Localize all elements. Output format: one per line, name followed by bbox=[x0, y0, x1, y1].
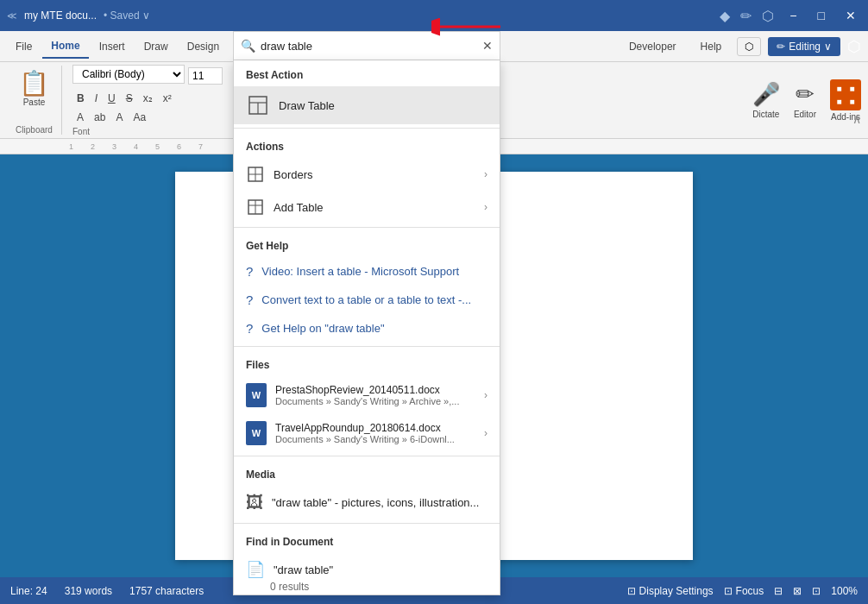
search-icon: 🔍 bbox=[241, 39, 255, 53]
tab-insert[interactable]: Insert bbox=[91, 35, 134, 58]
editor-button[interactable]: ✏ Editor bbox=[794, 81, 816, 119]
status-bar-right: ⊡ Display Settings ⊡ Focus ⊟ ⊠ ⊡ 100% bbox=[627, 585, 858, 597]
strikethrough-button[interactable]: S bbox=[122, 91, 137, 106]
ribbon-tab-right: Developer Help ⬡ ✏ Editing ∨ ⬡ bbox=[620, 37, 861, 56]
find-query: "draw table" bbox=[274, 563, 333, 576]
files-section-label: Files bbox=[234, 350, 500, 376]
collapse-ribbon-button[interactable]: ∧ bbox=[852, 112, 861, 126]
borders-arrow: › bbox=[484, 168, 487, 180]
dictate-button[interactable]: 🎤 Dictate bbox=[752, 81, 780, 119]
tab-draw[interactable]: Draw bbox=[135, 35, 177, 58]
add-table-icon bbox=[246, 198, 265, 217]
tab-developer[interactable]: Developer bbox=[620, 37, 685, 56]
ribbon-group-clipboard: 📋 Paste Clipboard bbox=[7, 66, 62, 135]
divider-4 bbox=[234, 456, 500, 456]
display-settings-label: Display Settings bbox=[639, 585, 714, 597]
word-count: 319 words bbox=[65, 585, 112, 597]
paste-icon: 📋 bbox=[19, 69, 49, 98]
word-doc-icon-1: W bbox=[246, 383, 267, 407]
focus-label: Focus bbox=[736, 585, 764, 597]
font-color-button[interactable]: A bbox=[72, 110, 88, 125]
file-name-1: PrestaShopReview_20140511.docx bbox=[275, 384, 459, 396]
file-arrow-1: › bbox=[484, 389, 487, 401]
get-help-section-label: Get Help bbox=[234, 231, 500, 257]
file-item-1[interactable]: W PrestaShopReview_20140511.docx Documen… bbox=[234, 376, 500, 414]
editor-icon: ✏ bbox=[796, 81, 815, 108]
file-info-1: PrestaShopReview_20140511.docx Documents… bbox=[275, 384, 459, 406]
media-section-label: Media bbox=[234, 460, 500, 486]
help-item-3[interactable]: ? Get Help on "draw table" bbox=[234, 314, 500, 343]
tab-help[interactable]: Help bbox=[692, 37, 731, 56]
focus-button[interactable]: ⊡ Focus bbox=[724, 585, 764, 597]
help-circle-icon-1: ? bbox=[246, 264, 253, 279]
minimize-button[interactable]: − bbox=[784, 7, 802, 24]
close-button[interactable]: ✕ bbox=[840, 7, 861, 24]
add-table-arrow: › bbox=[484, 201, 487, 213]
best-action-draw-table[interactable]: Draw Table bbox=[234, 86, 500, 124]
editing-button[interactable]: ✏ Editing ∨ bbox=[768, 37, 840, 56]
file-item-2-left: W TravelAppRoundup_20180614.docx Documen… bbox=[246, 421, 455, 445]
file-path-1: Documents » Sandy's Writing » Archive »,… bbox=[275, 396, 459, 406]
tab-home[interactable]: Home bbox=[42, 35, 88, 59]
highlight-button[interactable]: ab bbox=[90, 110, 110, 125]
line-info: Line: 24 bbox=[10, 585, 47, 597]
superscript-button[interactable]: x² bbox=[159, 91, 176, 106]
search-dropdown: Best Action Draw Table Actions bbox=[233, 60, 500, 595]
read-view-button[interactable]: ⊡ bbox=[812, 585, 821, 597]
help-item-2[interactable]: ? Convert text to a table or a table to … bbox=[234, 286, 500, 314]
font-size-input[interactable] bbox=[188, 67, 223, 85]
subscript-button[interactable]: x₂ bbox=[139, 91, 157, 106]
help-text-1: Video: Insert a table - Microsoft Suppor… bbox=[261, 265, 459, 278]
diamond-icon[interactable]: ◆ bbox=[720, 8, 730, 24]
page-view-button[interactable]: ⊟ bbox=[774, 585, 783, 597]
italic-button[interactable]: I bbox=[91, 91, 102, 106]
help-text-3: Get Help on "draw table" bbox=[261, 322, 384, 335]
title-bar-right: ◆ ✏ ⬡ − □ ✕ bbox=[720, 7, 861, 24]
help-circle-icon-3: ? bbox=[246, 321, 253, 336]
collapse-ribbon-icon[interactable]: ≪ bbox=[7, 10, 17, 22]
media-item[interactable]: 🖼 "draw table" - pictures, icons, illust… bbox=[234, 486, 500, 519]
file-path-2: Documents » Sandy's Writing » 6-iDownl..… bbox=[275, 434, 455, 444]
tab-file[interactable]: File bbox=[7, 35, 41, 58]
share-button[interactable]: ⬡ bbox=[737, 37, 761, 56]
char-count: 1757 characters bbox=[129, 585, 204, 597]
pen-icon[interactable]: ✏ bbox=[740, 8, 752, 24]
add-table-label: Add Table bbox=[274, 201, 324, 214]
maximize-button[interactable]: □ bbox=[813, 7, 830, 24]
borders-icon bbox=[246, 165, 265, 184]
addins-icon: ■■ ■■ bbox=[830, 79, 861, 110]
font-selector[interactable]: Calibri (Body) bbox=[72, 65, 185, 84]
find-item[interactable]: 📄 "draw table" 0 results bbox=[234, 553, 500, 595]
display-settings-button[interactable]: ⊡ Display Settings bbox=[627, 585, 714, 597]
find-section-label: Find in Document bbox=[234, 527, 500, 553]
ribbon-right-icons: 🎤 Dictate ✏ Editor ■■ ■■ Add-ins ∧ bbox=[752, 79, 861, 122]
zoom-level[interactable]: 100% bbox=[831, 585, 858, 597]
file-item-1-left: W PrestaShopReview_20140511.docx Documen… bbox=[246, 383, 459, 407]
borders-label: Borders bbox=[274, 168, 313, 181]
underline-button[interactable]: U bbox=[104, 91, 120, 106]
web-view-button[interactable]: ⊠ bbox=[793, 585, 802, 597]
font-group-label: Font bbox=[72, 127, 90, 136]
title-bar-left: ≪ my MTE docu... • Saved ∨ bbox=[7, 9, 720, 22]
bold-button[interactable]: B bbox=[72, 91, 89, 106]
clipboard-group-label: Clipboard bbox=[16, 125, 53, 135]
help-circle-icon-2: ? bbox=[246, 293, 253, 307]
save-cloud-icon[interactable]: ⬡ bbox=[762, 8, 774, 24]
help-item-1[interactable]: ? Video: Insert a table - Microsoft Supp… bbox=[234, 257, 500, 286]
formatting-row-2: A ab A Aa bbox=[72, 110, 150, 125]
add-table-action-left: Add Table bbox=[246, 198, 324, 217]
paste-label: Paste bbox=[23, 98, 46, 107]
file-item-2[interactable]: W TravelAppRoundup_20180614.docx Documen… bbox=[234, 414, 500, 452]
tab-design[interactable]: Design bbox=[179, 35, 228, 58]
paste-button[interactable]: 📋 Paste bbox=[14, 66, 54, 110]
add-table-action[interactable]: Add Table › bbox=[234, 191, 500, 223]
dictate-label: Dictate bbox=[752, 110, 779, 119]
editing-chevron: ∨ bbox=[824, 41, 832, 53]
red-arrow bbox=[431, 14, 500, 46]
font-row: Calibri (Body) bbox=[72, 65, 223, 87]
borders-action[interactable]: Borders › bbox=[234, 158, 500, 191]
save-status[interactable]: • Saved ∨ bbox=[104, 9, 150, 22]
case-button[interactable]: Aa bbox=[129, 110, 150, 125]
font-color2-button[interactable]: A bbox=[111, 110, 127, 125]
expand-icon[interactable]: ⬡ bbox=[847, 37, 861, 56]
